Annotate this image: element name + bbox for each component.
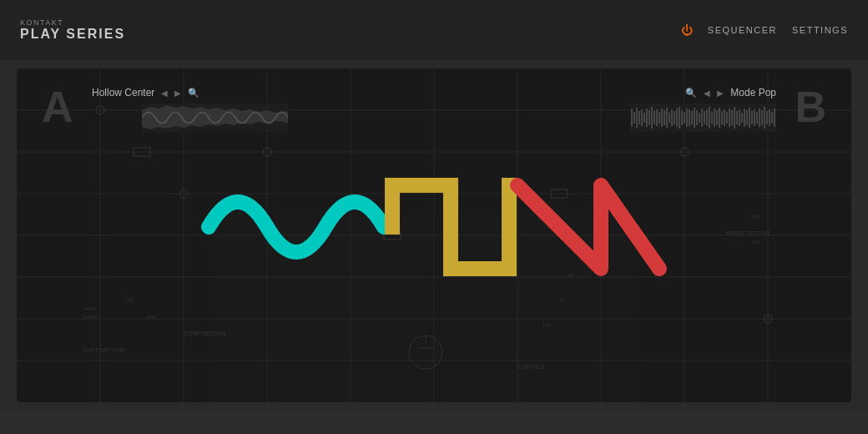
svg-text:DISTORTION: DISTORTION — [83, 346, 124, 354]
svg-text:100: 100 — [542, 323, 552, 328]
brand-kontakt: KONTAKT — [20, 18, 125, 27]
brand-play-series: PLAY SERIES — [20, 27, 125, 42]
sequencer-button[interactable]: SEQUENCER — [708, 25, 777, 35]
slot-a-waveform-svg — [142, 103, 288, 132]
slot-b-nav-next[interactable]: ▶ — [717, 88, 724, 98]
svg-text:HARD: HARD — [83, 315, 98, 320]
slot-b-info: 🔍 ◀ ▶ Mode Pop — [580, 87, 776, 132]
svg-text:CONTROL: CONTROL — [517, 364, 546, 370]
slot-b-header: 🔍 ◀ ▶ Mode Pop — [685, 87, 776, 98]
top-right-nav: ⏻ SEQUENCER SETTINGS — [681, 23, 848, 37]
power-icon[interactable]: ⏻ — [681, 23, 693, 37]
slot-b-label: B — [795, 83, 826, 131]
slot-a-label: A — [42, 83, 73, 131]
top-bar: KONTAKT PLAY SERIES ⏻ SEQUENCER SETTINGS — [0, 0, 868, 60]
main-display-area: DISTORTION COMPRESSOR CONTROL MIXED OUTP… — [17, 68, 851, 402]
slot-b-waveform-svg — [630, 103, 776, 132]
slot-a-name: Hollow Center — [92, 87, 154, 98]
knobs-area: BalanceTune 1Tune 2ReduceCrushDelayRever… — [0, 411, 868, 434]
slot-a-waveform[interactable] — [142, 103, 288, 132]
settings-button[interactable]: SETTINGS — [792, 25, 848, 35]
slot-a-header: Hollow Center ◀ ▶ 🔍 — [92, 87, 288, 98]
slot-b-name: Mode Pop — [730, 87, 776, 98]
svg-text:SOFT: SOFT — [83, 306, 97, 311]
slot-b-nav-prev[interactable]: ◀ — [704, 88, 710, 98]
slot-a-nav-next[interactable]: ▶ — [174, 88, 181, 98]
slot-b-search-icon[interactable]: 🔍 — [685, 88, 697, 98]
svg-text:63V: 63V — [146, 315, 155, 320]
logo-waveform-area — [17, 152, 851, 302]
slot-b-waveform[interactable] — [630, 103, 776, 132]
slot-a-nav-prev[interactable]: ◀ — [161, 88, 168, 98]
brand-logo: KONTAKT PLAY SERIES — [20, 18, 125, 42]
slot-a-info: Hollow Center ◀ ▶ 🔍 — [92, 87, 288, 132]
slot-a-container: A — [42, 85, 73, 129]
slot-b-container: B — [795, 85, 826, 129]
slot-a-search-icon[interactable]: 🔍 — [188, 88, 199, 98]
svg-text:COMPRESSOR: COMPRESSOR — [184, 331, 226, 336]
logo-svg — [192, 160, 676, 294]
